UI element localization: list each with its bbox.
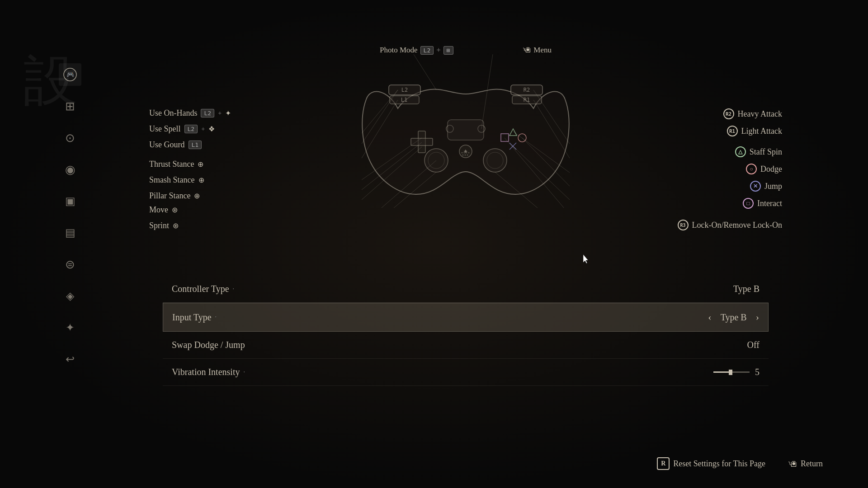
svg-text:L2: L2: [401, 87, 408, 93]
main-content: Photo Mode L2 + ⊞ 🖲 Menu L2: [149, 45, 782, 386]
plus-sign: +: [436, 46, 441, 55]
heavy-attack-label: R2 Heavy Attack: [723, 108, 782, 119]
use-gourd-label: Use Gourd L1: [149, 140, 289, 150]
input-type-row[interactable]: Input Type · ‹ Type B ›: [163, 303, 769, 332]
smash-stance-text: Smash Stance: [149, 175, 195, 185]
controller-type-label-group: Controller Type ·: [172, 284, 234, 294]
thrust-stance-text: Thrust Stance: [149, 160, 194, 169]
swap-dodge-jump-label: Swap Dodge / Jump: [172, 340, 245, 350]
reset-label: Reset Settings for This Page: [673, 459, 765, 469]
input-type-prev-arrow[interactable]: ‹: [708, 311, 711, 323]
lock-on-label: R3 Lock-On/Remove Lock-On: [678, 220, 782, 230]
slider-fill: [713, 371, 731, 373]
sidebar-item-audio[interactable]: ◈: [59, 285, 81, 307]
svg-point-31: [465, 155, 466, 156]
controller-area: Photo Mode L2 + ⊞ 🖲 Menu L2: [149, 45, 782, 249]
reset-key-text: R: [661, 460, 665, 467]
pillar-stance-label: Pillar Stance ⊕: [149, 191, 289, 201]
interact-icon: □: [743, 198, 754, 209]
use-gourd-key: L1: [189, 141, 202, 149]
move-label: Move ⊛: [149, 205, 179, 215]
controller-type-value: Type B: [733, 284, 760, 294]
controller-diagram: L2 L1 R2 R1: [353, 54, 579, 210]
plus-icon-1: +: [218, 110, 222, 117]
input-type-value-group: ‹ Type B ›: [708, 311, 759, 323]
slider-thumb: [729, 370, 732, 375]
sidebar-item-adjust[interactable]: ⊜: [59, 253, 81, 276]
bottom-right-labels: R3 Lock-On/Remove Lock-On: [678, 220, 782, 230]
plus-icon-2: +: [201, 126, 205, 133]
bottom-left-labels: Move ⊛ Sprint ⊛: [149, 205, 179, 230]
kanji-decoration: 設: [14, 9, 87, 14]
menu-label: 🖲 Menu: [523, 45, 552, 55]
interact-label: □ Interact: [743, 198, 782, 209]
sidebar-item-targeting[interactable]: ⊙: [59, 127, 81, 149]
sidebar-item-display[interactable]: ▣: [59, 190, 81, 212]
reset-button[interactable]: R Reset Settings for This Page: [657, 457, 765, 470]
light-attack-key: R1: [727, 126, 738, 136]
light-attack-label: R1 Light Attack: [727, 126, 782, 136]
sprint-icon: ⊛: [173, 221, 179, 230]
input-type-label-group: Input Type ·: [172, 312, 217, 323]
jump-label: ✕ Jump: [750, 181, 782, 192]
input-type-next-arrow[interactable]: ›: [756, 311, 759, 323]
swap-dodge-jump-row: Swap Dodge / Jump Off: [163, 332, 769, 359]
light-attack-text: Light Attack: [741, 127, 782, 136]
dodge-label: ○ Dodge: [746, 164, 782, 174]
heavy-attack-key: R2: [723, 108, 734, 119]
vibration-intensity-value: 5: [755, 367, 760, 377]
svg-point-28: [466, 152, 467, 154]
heavy-attack-text: Heavy Attack: [738, 109, 782, 119]
jump-icon: ✕: [750, 181, 761, 192]
controller-type-value-group: Type B: [733, 284, 760, 294]
use-on-hands-label: Use On-Hands L2 + ✦: [149, 108, 289, 118]
thrust-stance-label: Thrust Stance ⊕: [149, 160, 289, 169]
sidebar-item-controller[interactable]: 🎮: [59, 63, 81, 86]
pillar-stance-text: Pillar Stance: [149, 191, 190, 201]
svg-text:🎮: 🎮: [66, 71, 75, 79]
controller-type-row: Controller Type · Type B: [163, 276, 769, 303]
move-icon: ⊛: [172, 206, 178, 214]
footer: R Reset Settings for This Page 🖲 Return: [657, 457, 823, 470]
return-label: Return: [801, 459, 823, 469]
svg-text:R1: R1: [524, 97, 530, 103]
sidebar-item-hud[interactable]: ⊞: [59, 95, 81, 117]
svg-point-26: [462, 152, 463, 154]
reset-key-badge: R: [657, 457, 670, 470]
input-type-label: Input Type: [172, 312, 212, 323]
sidebar-item-motion[interactable]: ✦: [59, 316, 81, 339]
swap-dodge-jump-value: Off: [747, 340, 760, 350]
sidebar-item-screen[interactable]: ▤: [59, 221, 81, 244]
smash-stance-icon: ⊕: [198, 176, 204, 184]
svg-line-48: [414, 54, 436, 90]
left-labels: Use On-Hands L2 + ✦ Use Spell L2 + ❖ Use…: [149, 108, 289, 201]
thrust-stance-icon: ⊕: [198, 160, 203, 169]
vibration-intensity-dot: ·: [243, 369, 245, 376]
vibration-slider-container[interactable]: 5: [713, 367, 760, 377]
svg-point-29: [468, 152, 470, 154]
photo-mode-text: Photo Mode: [380, 46, 418, 55]
lock-on-text: Lock-On/Remove Lock-On: [692, 221, 782, 230]
sidebar: 🎮 ⊞ ⊙ ◉ ▣ ▤ ⊜ ◈ ✦ ↩: [59, 63, 81, 371]
controller-type-label: Controller Type: [172, 284, 229, 294]
right-labels: R2 Heavy Attack R1 Light Attack △ Staff …: [628, 108, 782, 209]
svg-point-27: [464, 152, 465, 154]
return-button[interactable]: 🖲 Return: [788, 459, 823, 469]
sprint-text: Sprint: [149, 221, 169, 230]
svg-text:R2: R2: [524, 87, 530, 93]
pillar-stance-icon: ⊕: [194, 192, 200, 200]
svg-point-25: [487, 152, 503, 169]
use-spell-text: Use Spell: [149, 124, 181, 134]
vibration-intensity-value-group: 5: [713, 367, 760, 377]
settings-section: Controller Type · Type B Input Type · ‹ …: [149, 276, 782, 386]
return-icon: 🖲: [788, 459, 797, 469]
menu-text: Menu: [533, 46, 552, 55]
slider-track: [713, 371, 750, 373]
use-spell-label: Use Spell L2 + ❖: [149, 124, 289, 134]
svg-text:L1: L1: [401, 97, 407, 103]
dodge-text: Dodge: [760, 164, 782, 174]
interact-text: Interact: [757, 199, 782, 208]
jump-text: Jump: [764, 182, 782, 191]
sidebar-item-visibility[interactable]: ◉: [59, 158, 81, 181]
sidebar-item-account[interactable]: ↩: [59, 348, 81, 371]
